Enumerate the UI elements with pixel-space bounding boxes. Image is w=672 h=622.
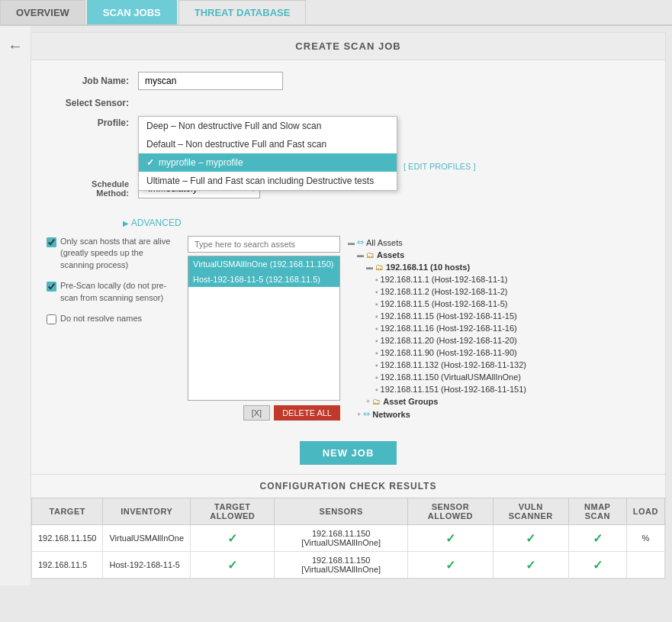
col-sensor-allowed: SENSOR ALLOWED bbox=[408, 498, 494, 525]
right-col: VirtualUSMAllInOne (192.168.11.150) Host… bbox=[188, 236, 650, 421]
table-row: 192.168.11.5 Host-192-168-11-5 ✓ 192.168… bbox=[32, 552, 665, 578]
scan-job-panel: CREATE SCAN JOB Job Name: Select Sensor:… bbox=[31, 32, 666, 579]
col-load: LOAD bbox=[626, 498, 664, 525]
job-name-input[interactable] bbox=[138, 72, 283, 90]
tree-label: 192.168.11.15 (Host-192-168-11-15) bbox=[381, 311, 517, 321]
col-inventory: INVENTORY bbox=[103, 498, 191, 525]
cell-inventory-2: Host-192-168-11-5 bbox=[103, 552, 191, 578]
check-icon: ✓ bbox=[227, 532, 237, 545]
results-table: TARGET INVENTORY TARGET ALLOWED SENSORS … bbox=[31, 498, 665, 578]
tree-item-all-assets[interactable]: ▬ ⇔ All Assets bbox=[348, 236, 650, 249]
job-name-row: Job Name: bbox=[47, 72, 650, 90]
checkbox-row-1: Only scan hosts that are alive (greatly … bbox=[47, 236, 176, 271]
tree-label: Networks bbox=[372, 410, 410, 419]
left-col: Only scan hosts that are alive (greatly … bbox=[47, 236, 176, 421]
tree-item-subnet[interactable]: ▬ 🗂 192.168.11 (10 hosts) bbox=[348, 261, 650, 273]
host-icon: ▪ bbox=[375, 312, 378, 321]
tab-threat-database[interactable]: THREAT DATABASE bbox=[178, 0, 307, 24]
form-area: Job Name: Select Sensor: Profile: Deep –… bbox=[31, 60, 665, 218]
cell-sensor-allowed-1: ✓ bbox=[408, 525, 494, 552]
tab-overview[interactable]: OVERVIEW bbox=[0, 0, 85, 24]
cell-target-1: 192.168.11.150 bbox=[32, 525, 103, 552]
no-resolve-label: Do not resolve names bbox=[60, 313, 142, 324]
folder-icon: 🗂 bbox=[375, 263, 384, 272]
two-col-layout: Only scan hosts that are alive (greatly … bbox=[31, 236, 665, 432]
folder-icon: 🗂 bbox=[372, 397, 381, 406]
col-target-allowed: TARGET ALLOWED bbox=[191, 498, 275, 525]
dropdown-item-deep[interactable]: Deep – Non destructive Full and Slow sca… bbox=[139, 117, 397, 135]
tree-label: 192.168.11.1 (Host-192-168-11-1) bbox=[381, 275, 508, 284]
col-vuln-scanner: VULN SCANNER bbox=[493, 498, 568, 525]
tree-label: 192.168.11.20 (Host-192-168-11-20) bbox=[381, 336, 517, 345]
expand-icon: + bbox=[357, 411, 361, 418]
cell-inventory-1: VirtualUSMAllInOne bbox=[103, 525, 191, 552]
tree-label: All Assets bbox=[366, 238, 403, 247]
tree-item-host-90[interactable]: ▪ 192.168.11.90 (Host-192-168-11-90) bbox=[348, 346, 650, 359]
checkbox-only-scan: Only scan hosts that are alive (greatly … bbox=[47, 236, 176, 271]
only-scan-label: Only scan hosts that are alive (greatly … bbox=[60, 236, 176, 271]
tree-item-host-16[interactable]: ▪ 192.168.11.16 (Host-192-168-11-16) bbox=[348, 322, 650, 334]
tree-item-host-150[interactable]: ▪ 192.168.11.150 (VirtualUSMAllInOne) bbox=[348, 371, 650, 383]
only-scan-checkbox[interactable] bbox=[47, 237, 56, 247]
dropdown-item-myprofile[interactable]: myprofile – myprofile bbox=[139, 153, 397, 172]
tree-item-host-15[interactable]: ▪ 192.168.11.15 (Host-192-168-11-15) bbox=[348, 310, 650, 322]
back-arrow-icon[interactable]: ← bbox=[8, 37, 23, 55]
table-row: 192.168.11.150 VirtualUSMAllInOne ✓ 192.… bbox=[32, 525, 665, 552]
cell-target-2: 192.168.11.5 bbox=[32, 552, 103, 578]
tree-label: 192.168.11.90 (Host-192-168-11-90) bbox=[381, 348, 517, 357]
cell-vuln-scanner-1: ✓ bbox=[493, 525, 568, 552]
col-sensors: SENSORS bbox=[275, 498, 408, 525]
tree-item-host-1[interactable]: ▪ 192.168.11.1 (Host-192-168-11-1) bbox=[348, 273, 650, 285]
tree-item-host-5[interactable]: ▪ 192.168.11.5 (Host-192-168-11-5) bbox=[348, 298, 650, 310]
tree-item-host-132[interactable]: ▪ 192.168.11.132 (Host-192-168-11-132) bbox=[348, 359, 650, 371]
pre-scan-checkbox[interactable] bbox=[47, 282, 56, 292]
cell-target-allowed-2: ✓ bbox=[191, 552, 275, 578]
expand-icon: + bbox=[366, 398, 370, 405]
config-title: CONFIGURATION CHECK RESULTS bbox=[31, 475, 665, 498]
pre-scan-label: Pre-Scan locally (do not pre-scan from s… bbox=[60, 280, 176, 304]
tree-label: 192.168.11.150 (VirtualUSMAllInOne) bbox=[381, 372, 521, 382]
cell-sensors-1: 192.168.11.150 [VirtualUSMAllInOne] bbox=[275, 525, 408, 552]
no-resolve-checkbox[interactable] bbox=[47, 314, 56, 324]
delete-all-button[interactable]: DELETE ALL bbox=[274, 405, 340, 421]
job-name-label: Job Name: bbox=[47, 76, 138, 86]
new-job-button[interactable]: NEW JOB bbox=[300, 441, 397, 465]
host-icon: ▪ bbox=[375, 337, 378, 345]
profile-label: Profile: bbox=[47, 116, 138, 128]
select-sensor-label: Select Sensor: bbox=[47, 98, 138, 108]
checkbox-no-resolve: Do not resolve names bbox=[47, 313, 176, 324]
asset-search-input[interactable] bbox=[188, 236, 340, 253]
advanced-link[interactable]: ADVANCED bbox=[123, 218, 665, 228]
host-icon: ▪ bbox=[375, 288, 378, 296]
edit-profiles-link[interactable]: [ EDIT PROFILES ] bbox=[404, 162, 476, 171]
col-nmap-scan: NMAP SCAN bbox=[568, 498, 626, 525]
cell-nmap-scan-1: ✓ bbox=[568, 525, 626, 552]
checkbox-row-2: Pre-Scan locally (do not pre-scan from s… bbox=[47, 280, 176, 304]
cell-load-1: % bbox=[626, 525, 664, 552]
asset-list-item[interactable]: Host-192-168-11-5 (192.168.11.5) bbox=[188, 272, 339, 287]
folder-icon: 🗂 bbox=[366, 250, 375, 259]
table-header-row: TARGET INVENTORY TARGET ALLOWED SENSORS … bbox=[32, 498, 665, 525]
dropdown-item-default[interactable]: Default – Non destructive Full and Fast … bbox=[139, 135, 397, 153]
tree-label: 192.168.11 (10 hosts) bbox=[386, 263, 470, 272]
delete-icon-button[interactable]: [X] bbox=[243, 405, 270, 421]
tree-label: Assets bbox=[377, 250, 404, 259]
check-icon: ✓ bbox=[593, 532, 603, 545]
host-icon: ▪ bbox=[375, 361, 378, 369]
tab-scan-jobs[interactable]: SCAN JOBS bbox=[87, 0, 177, 24]
tree-item-host-2[interactable]: ▪ 192.168.11.2 (Host-192-168-11-2) bbox=[348, 285, 650, 298]
tree-item-assets[interactable]: ▬ 🗂 Assets bbox=[348, 249, 650, 261]
tree-item-asset-groups[interactable]: + 🗂 Asset Groups bbox=[348, 395, 650, 408]
panel-title: CREATE SCAN JOB bbox=[31, 33, 665, 60]
tree-item-host-151[interactable]: ▪ 192.168.11.151 (Host-192-168-11-151) bbox=[348, 383, 650, 395]
col-target: TARGET bbox=[32, 498, 103, 525]
expand-icon: ▬ bbox=[348, 239, 355, 247]
tree-label: 192.168.11.16 (Host-192-168-11-16) bbox=[381, 324, 517, 333]
checkbox-pre-scan: Pre-Scan locally (do not pre-scan from s… bbox=[47, 280, 176, 304]
tree-item-networks[interactable]: + ⇔ Networks bbox=[348, 408, 650, 419]
checkbox-row-3: Do not resolve names bbox=[47, 313, 176, 324]
tree-item-host-20[interactable]: ▪ 192.168.11.20 (Host-192-168-11-20) bbox=[348, 334, 650, 346]
host-icon: ▪ bbox=[375, 324, 378, 333]
asset-list-item[interactable]: VirtualUSMAllInOne (192.168.11.150) bbox=[188, 256, 339, 272]
dropdown-item-ultimate[interactable]: Ultimate – Full and Fast scan including … bbox=[139, 172, 397, 190]
